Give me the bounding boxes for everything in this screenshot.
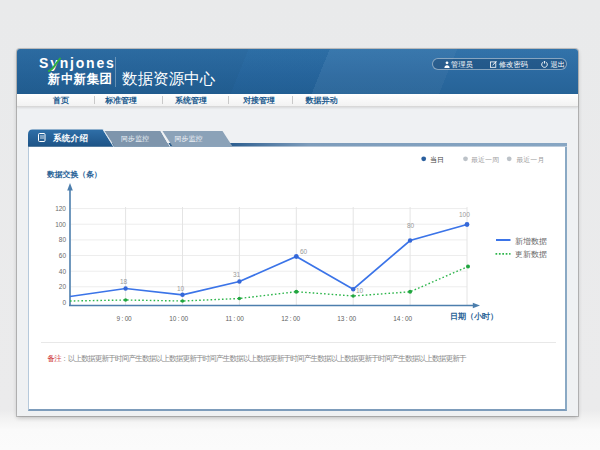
- svg-text:10: 10: [356, 287, 364, 294]
- svg-text:13 : 00: 13 : 00: [337, 315, 356, 322]
- svg-text:9 : 00: 9 : 00: [116, 315, 132, 322]
- svg-text:同步监控: 同步监控: [175, 135, 203, 143]
- svg-text:31: 31: [233, 271, 241, 278]
- svg-text:14 : 00: 14 : 00: [393, 315, 412, 322]
- svg-text:新增数据: 新增数据: [515, 236, 547, 245]
- svg-text:11 : 00: 11 : 00: [226, 315, 245, 322]
- svg-text:60: 60: [300, 248, 308, 255]
- svg-text:10 : 00: 10 : 00: [169, 315, 188, 322]
- svg-text:系统介绍: 系统介绍: [52, 133, 88, 143]
- svg-text:18: 18: [120, 278, 128, 285]
- svg-text:20: 20: [59, 283, 67, 290]
- svg-text:0: 0: [62, 299, 66, 306]
- svg-text:12 : 00: 12 : 00: [281, 315, 300, 322]
- svg-text:80: 80: [59, 236, 67, 243]
- svg-text:120: 120: [55, 205, 66, 212]
- svg-text:60: 60: [59, 252, 67, 259]
- svg-text:同步监控: 同步监控: [121, 135, 149, 143]
- svg-text:更新数据: 更新数据: [515, 250, 547, 259]
- svg-text:10: 10: [177, 285, 185, 292]
- svg-text:80: 80: [407, 222, 415, 229]
- svg-text:100: 100: [459, 211, 470, 218]
- svg-text:100: 100: [55, 220, 66, 227]
- svg-text:40: 40: [59, 267, 67, 274]
